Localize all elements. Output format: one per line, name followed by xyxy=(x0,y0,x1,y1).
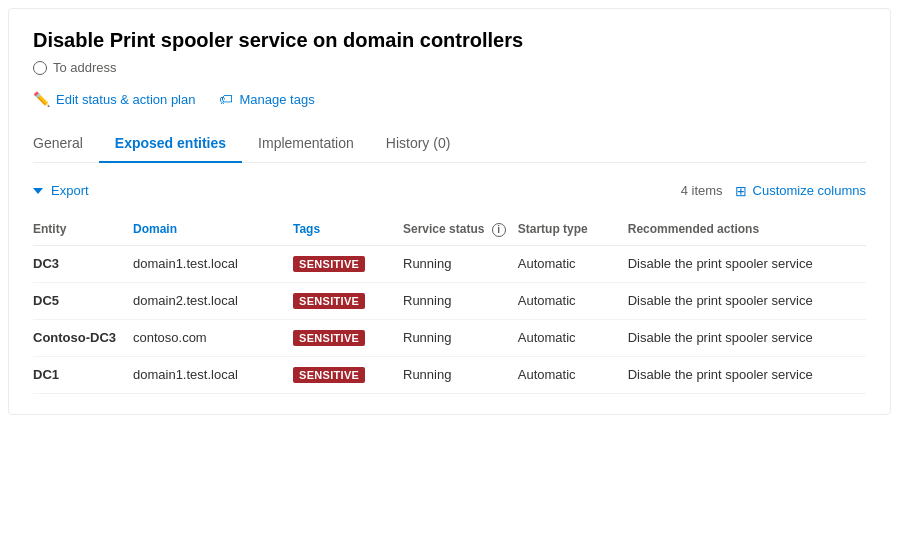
customize-columns-button[interactable]: ⊞ Customize columns xyxy=(735,183,866,199)
sensitive-badge-0: SENSITIVE xyxy=(293,256,365,272)
cell-domain-0: domain1.test.local xyxy=(133,245,293,282)
cell-tags-2: SENSITIVE xyxy=(293,319,403,356)
tag-icon: 🏷 xyxy=(219,91,233,107)
col-header-tags[interactable]: Tags xyxy=(293,214,403,245)
cell-startup-type-0: Automatic xyxy=(518,245,628,282)
tabs-bar: General Exposed entities Implementation … xyxy=(33,127,866,163)
manage-tags-label: Manage tags xyxy=(239,92,314,107)
sensitive-badge-1: SENSITIVE xyxy=(293,293,365,309)
table-toolbar: Export 4 items ⊞ Customize columns xyxy=(33,179,866,202)
cell-tags-1: SENSITIVE xyxy=(293,282,403,319)
cell-recommended-action-1: Disable the print spooler service xyxy=(628,282,866,319)
service-status-label: Service status xyxy=(403,222,484,236)
edit-status-label: Edit status & action plan xyxy=(56,92,195,107)
tab-implementation[interactable]: Implementation xyxy=(242,127,370,163)
cell-recommended-action-0: Disable the print spooler service xyxy=(628,245,866,282)
page-title: Disable Print spooler service on domain … xyxy=(33,29,866,52)
cell-entity-2: Contoso-DC3 xyxy=(33,319,133,356)
cell-service-status-1: Running xyxy=(403,282,518,319)
col-header-startup-type: Startup type xyxy=(518,214,628,245)
items-count: 4 items xyxy=(681,183,723,198)
status-row: To address xyxy=(33,60,866,75)
export-label: Export xyxy=(51,183,89,198)
cell-tags-3: SENSITIVE xyxy=(293,356,403,393)
service-status-info-icon[interactable]: i xyxy=(492,223,506,237)
sensitive-badge-2: SENSITIVE xyxy=(293,330,365,346)
pencil-icon: ✏️ xyxy=(33,91,50,107)
status-circle-icon xyxy=(33,61,47,75)
tab-exposed-entities[interactable]: Exposed entities xyxy=(99,127,242,163)
sensitive-badge-3: SENSITIVE xyxy=(293,367,365,383)
col-header-entity: Entity xyxy=(33,214,133,245)
cell-entity-3: DC1 xyxy=(33,356,133,393)
cell-startup-type-1: Automatic xyxy=(518,282,628,319)
toolbar-right: 4 items ⊞ Customize columns xyxy=(681,183,866,199)
table-row: DC1 domain1.test.local SENSITIVE Running… xyxy=(33,356,866,393)
tags-sort-label: Tags xyxy=(293,222,320,236)
table-row: DC5 domain2.test.local SENSITIVE Running… xyxy=(33,282,866,319)
col-header-recommended-actions: Recommended actions xyxy=(628,214,866,245)
table-body: DC3 domain1.test.local SENSITIVE Running… xyxy=(33,245,866,393)
tab-general[interactable]: General xyxy=(33,127,99,163)
entities-table: Entity Domain Tags Service status i Star… xyxy=(33,214,866,394)
cell-domain-2: contoso.com xyxy=(133,319,293,356)
customize-columns-label: Customize columns xyxy=(753,183,866,198)
export-down-arrow-icon xyxy=(33,188,43,194)
cell-entity-1: DC5 xyxy=(33,282,133,319)
manage-tags-link[interactable]: 🏷 Manage tags xyxy=(219,91,314,107)
cell-domain-1: domain2.test.local xyxy=(133,282,293,319)
cell-recommended-action-3: Disable the print spooler service xyxy=(628,356,866,393)
edit-status-link[interactable]: ✏️ Edit status & action plan xyxy=(33,91,195,107)
domain-sort-label: Domain xyxy=(133,222,177,236)
table-row: DC3 domain1.test.local SENSITIVE Running… xyxy=(33,245,866,282)
tab-history[interactable]: History (0) xyxy=(370,127,467,163)
table-row: Contoso-DC3 contoso.com SENSITIVE Runnin… xyxy=(33,319,866,356)
cell-startup-type-3: Automatic xyxy=(518,356,628,393)
col-header-service-status: Service status i xyxy=(403,214,518,245)
col-header-domain[interactable]: Domain xyxy=(133,214,293,245)
status-label: To address xyxy=(53,60,117,75)
export-button[interactable]: Export xyxy=(33,179,89,202)
table-header: Entity Domain Tags Service status i Star… xyxy=(33,214,866,245)
cell-service-status-0: Running xyxy=(403,245,518,282)
actions-row: ✏️ Edit status & action plan 🏷 Manage ta… xyxy=(33,91,866,107)
cell-tags-0: SENSITIVE xyxy=(293,245,403,282)
cell-startup-type-2: Automatic xyxy=(518,319,628,356)
cell-entity-0: DC3 xyxy=(33,245,133,282)
cell-service-status-3: Running xyxy=(403,356,518,393)
cell-service-status-2: Running xyxy=(403,319,518,356)
cell-domain-3: domain1.test.local xyxy=(133,356,293,393)
columns-icon: ⊞ xyxy=(735,183,747,199)
cell-recommended-action-2: Disable the print spooler service xyxy=(628,319,866,356)
